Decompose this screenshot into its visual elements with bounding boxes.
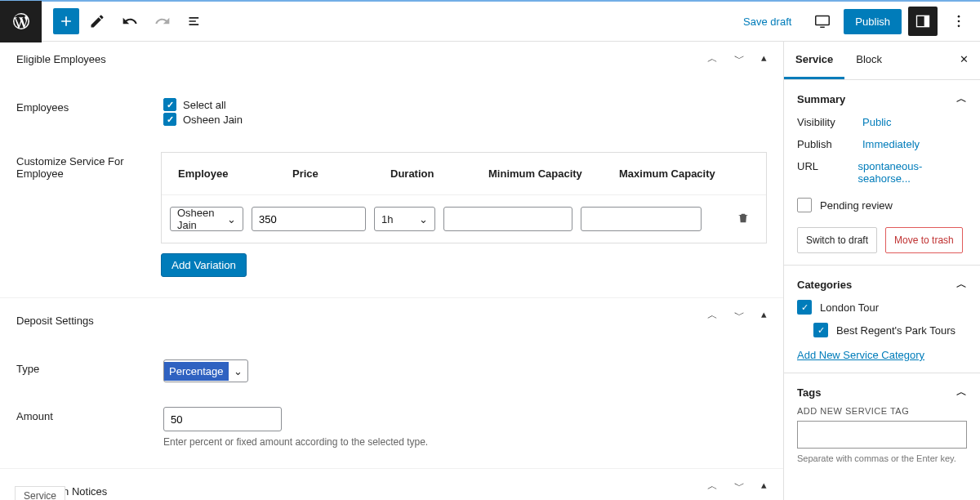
edit-icon[interactable]	[82, 7, 112, 36]
url-label: URL	[797, 160, 858, 185]
close-icon[interactable]: ✕	[948, 42, 980, 79]
chevron-up-icon[interactable]: ︿	[707, 479, 718, 493]
svg-rect-0	[816, 16, 830, 25]
table-row: Osheen Jain⌄ 1h⌄	[162, 195, 766, 243]
sidebar-toggle-icon[interactable]	[908, 7, 938, 36]
chevron-up-icon[interactable]: ︿	[707, 308, 718, 323]
publish-button[interactable]: Publish	[844, 9, 902, 34]
chevron-up-icon: ︿	[956, 92, 967, 106]
triangle-up-icon[interactable]: ▴	[761, 308, 767, 323]
triangle-up-icon[interactable]: ▴	[761, 51, 767, 66]
more-options-icon[interactable]	[944, 7, 973, 36]
chevron-up-icon: ︿	[956, 277, 967, 292]
chevron-down-icon[interactable]: ﹀	[734, 51, 745, 66]
col-duration: Duration	[390, 167, 488, 180]
customize-label: Customize Service For Employee	[16, 152, 161, 180]
top-toolbar: Save draft Publish	[0, 0, 980, 42]
visibility-value[interactable]: Public	[862, 116, 891, 128]
category-checkbox[interactable]: ✓Best Regent's Park Tours	[813, 323, 967, 337]
publish-value[interactable]: Immediately	[862, 138, 920, 150]
amount-label: Amount	[16, 407, 163, 422]
col-max-capacity: Maximum Capacity	[619, 167, 750, 180]
min-capacity-input[interactable]	[443, 207, 572, 231]
chevron-up-icon[interactable]: ︿	[707, 51, 718, 66]
chevron-down-icon[interactable]: ﹀	[734, 479, 745, 493]
add-block-button[interactable]	[53, 8, 79, 34]
svg-point-5	[958, 25, 960, 28]
editor-area: Eligible Employees ︿ ﹀ ▴ Employees Selec…	[0, 42, 783, 500]
move-to-trash-button[interactable]: Move to trash	[885, 227, 963, 253]
chevron-down-icon[interactable]: ﹀	[734, 308, 745, 323]
type-label: Type	[16, 359, 163, 375]
employee-select[interactable]: Osheen Jain⌄	[170, 207, 243, 231]
pending-review-checkbox[interactable]: Pending review	[797, 198, 967, 212]
employee-table: Employee Price Duration Minimum Capacity…	[161, 152, 767, 243]
chevron-down-icon: ⌄	[227, 213, 236, 225]
section-eligible-employees: Eligible Employees	[16, 45, 767, 74]
chevron-up-icon: ︿	[956, 385, 967, 400]
add-tag-label: ADD NEW SERVICE TAG	[797, 406, 967, 416]
duration-select[interactable]: 1h⌄	[374, 207, 435, 231]
panel-summary[interactable]: Summary︿	[797, 92, 967, 106]
preview-icon[interactable]	[808, 7, 837, 36]
employees-label: Employees	[16, 98, 163, 114]
trash-icon[interactable]	[737, 212, 750, 227]
amount-hint: Enter percent or fixed amount according …	[163, 436, 767, 448]
tag-hint: Separate with commas or the Enter key.	[797, 453, 967, 463]
add-variation-button[interactable]: Add Variation	[161, 253, 247, 277]
publish-label: Publish	[797, 138, 862, 150]
save-draft-button[interactable]: Save draft	[733, 11, 801, 33]
chevron-down-icon: ⌄	[419, 213, 428, 225]
tab-block[interactable]: Block	[844, 42, 893, 79]
category-checkbox[interactable]: ✓London Tour	[797, 300, 967, 315]
col-min-capacity: Minimum Capacity	[488, 167, 619, 180]
panel-tags[interactable]: Tags︿	[797, 385, 967, 400]
bottom-service-tab[interactable]: Service	[15, 486, 65, 500]
add-category-link[interactable]: Add New Service Category	[797, 349, 924, 361]
tab-service[interactable]: Service	[784, 42, 844, 79]
url-value[interactable]: spontaneous-seahorse...	[858, 160, 967, 185]
type-select[interactable]: Percentage ⌄	[163, 359, 248, 382]
wp-logo[interactable]	[0, 1, 42, 42]
section-notifications: Notification Notices	[16, 477, 767, 500]
svg-point-3	[958, 16, 960, 18]
redo-icon	[148, 7, 177, 36]
max-capacity-input[interactable]	[581, 207, 702, 231]
switch-to-draft-button[interactable]: Switch to draft	[797, 227, 877, 253]
price-input[interactable]	[252, 207, 366, 231]
col-employee: Employee	[178, 167, 292, 180]
section-deposit-settings: Deposit Settings	[16, 306, 767, 335]
list-view-icon[interactable]	[180, 7, 210, 36]
triangle-up-icon[interactable]: ▴	[761, 479, 767, 493]
svg-rect-2	[924, 16, 929, 26]
undo-icon[interactable]	[115, 7, 145, 36]
visibility-label: Visibility	[797, 116, 862, 128]
col-price: Price	[292, 167, 390, 180]
tag-input[interactable]	[797, 421, 967, 449]
employee-checkbox[interactable]: Osheen Jain	[163, 113, 767, 126]
panel-categories[interactable]: Categories︿	[797, 277, 967, 292]
amount-input[interactable]	[163, 407, 282, 431]
svg-point-4	[958, 20, 960, 23]
select-all-checkbox[interactable]: Select all	[163, 98, 767, 111]
chevron-down-icon: ⌄	[229, 365, 247, 377]
settings-sidebar: Service Block ✕ Summary︿ VisibilityPubli…	[783, 42, 980, 500]
